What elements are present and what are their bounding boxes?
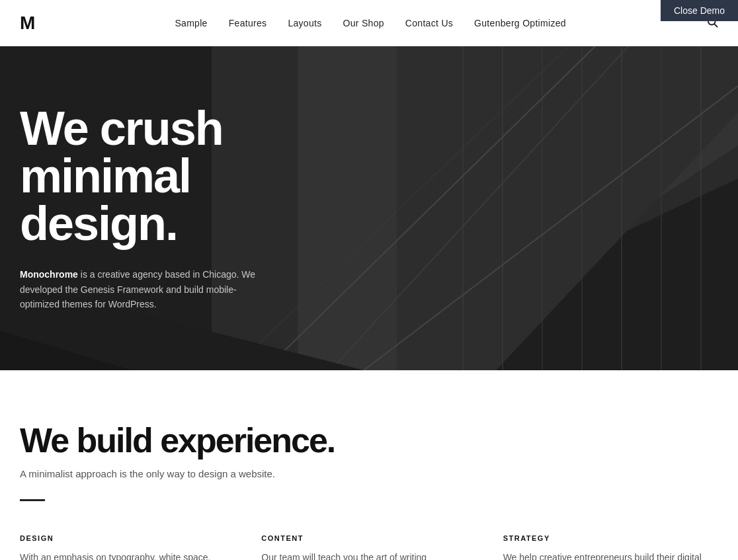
- hero-description: Monochrome is a creative agency based in…: [20, 267, 271, 311]
- nav-item-layouts[interactable]: Layouts: [288, 17, 321, 29]
- nav-link-contact[interactable]: Contact Us: [405, 18, 453, 28]
- nav-item-shop[interactable]: Our Shop: [343, 17, 384, 29]
- section-subtitle: A minimalist approach is the only way to…: [20, 468, 718, 479]
- nav-item-features[interactable]: Features: [229, 17, 267, 29]
- feature-columns: DESIGN With an emphasis on typography, w…: [20, 534, 718, 560]
- column-design: DESIGN With an emphasis on typography, w…: [20, 534, 235, 560]
- hero-brand-name: Monochrome: [20, 269, 78, 280]
- section-divider: [20, 499, 45, 501]
- column-design-text: With an emphasis on typography, white sp…: [20, 550, 235, 560]
- main-nav: Sample Features Layouts Our Shop Contact…: [175, 17, 565, 29]
- section-title: We build experience.: [20, 423, 718, 458]
- hero-title: We crush minimal design.: [20, 104, 298, 247]
- close-demo-button[interactable]: Close Demo: [661, 0, 738, 21]
- hero-section: We crush minimal design. Monochrome is a…: [0, 46, 738, 370]
- column-content-label: CONTENT: [261, 534, 476, 542]
- column-strategy-text: We help creative entrepreneurs build the…: [503, 550, 718, 560]
- column-strategy-label: STRATEGY: [503, 534, 718, 542]
- nav-item-gutenberg[interactable]: Gutenberg Optimized: [474, 17, 566, 29]
- svg-line-1: [714, 24, 717, 26]
- nav-item-sample[interactable]: Sample: [175, 17, 207, 29]
- site-logo[interactable]: M: [20, 13, 34, 34]
- nav-link-shop[interactable]: Our Shop: [343, 18, 384, 28]
- nav-link-gutenberg[interactable]: Gutenberg Optimized: [474, 18, 566, 28]
- site-header: M Sample Features Layouts Our Shop Conta…: [0, 0, 738, 46]
- column-content: CONTENT Our team will teach you the art …: [261, 534, 476, 560]
- nav-link-sample[interactable]: Sample: [175, 18, 207, 28]
- column-design-label: DESIGN: [20, 534, 235, 542]
- column-content-text: Our team will teach you the art of writi…: [261, 550, 476, 560]
- column-strategy: STRATEGY We help creative entrepreneurs …: [503, 534, 718, 560]
- nav-link-features[interactable]: Features: [229, 18, 267, 28]
- hero-content: We crush minimal design. Monochrome is a…: [0, 65, 317, 351]
- nav-item-contact[interactable]: Contact Us: [405, 17, 453, 29]
- nav-list: Sample Features Layouts Our Shop Contact…: [175, 17, 565, 29]
- nav-link-layouts[interactable]: Layouts: [288, 18, 321, 28]
- main-content-section: We build experience. A minimalist approa…: [0, 370, 738, 560]
